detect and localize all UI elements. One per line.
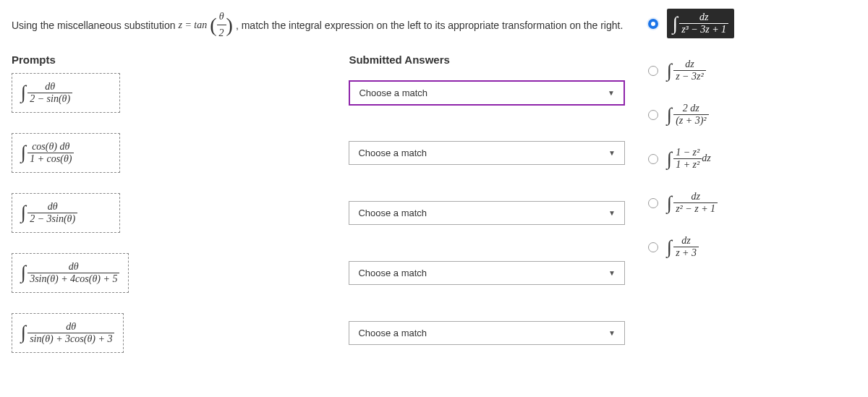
choice-6[interactable]: ∫dzz + 3 <box>648 235 856 259</box>
choice-3[interactable]: ∫2 dz(z + 3)² <box>648 103 856 127</box>
select-placeholder-2: Choose a match <box>358 148 427 158</box>
chevron-down-icon: ▼ <box>608 89 615 97</box>
close-paren: ) <box>226 15 233 35</box>
choice-2[interactable]: ∫dzz − 3z² <box>648 59 856 82</box>
chevron-down-icon: ▼ <box>608 149 616 157</box>
radio-icon[interactable] <box>648 242 658 252</box>
left-panel: Using the miscellaneous substitution z =… <box>0 0 637 382</box>
instruction-part1: Using the miscellaneous substitution <box>12 17 175 33</box>
prompt-1: ∫dθ2 − sin(θ) <box>12 73 120 113</box>
prompt-row-5: ∫dθsin(θ) + 3cos(θ) + 3 Choose a match ▼ <box>12 313 625 353</box>
instruction-part2: , match the integral expression on the l… <box>236 17 623 33</box>
chevron-down-icon: ▼ <box>608 329 616 337</box>
select-placeholder-1: Choose a match <box>359 87 427 98</box>
prompt-row-4: ∫dθ3sin(θ) + 4cos(θ) + 5 Choose a match … <box>12 253 625 293</box>
prompt-row-1: ∫dθ2 − sin(θ) Choose a match ▼ <box>12 73 625 113</box>
prompt-row-3: ∫dθ2 − 3sin(θ) Choose a match ▼ <box>12 193 625 233</box>
open-paren: ( <box>210 15 216 35</box>
answer-select-4[interactable]: Choose a match ▼ <box>349 261 625 285</box>
choice-4[interactable]: ∫1 − z²1 + z²dz <box>648 147 856 171</box>
substitution-lhs: z = tan <box>178 17 207 33</box>
prompt-3: ∫dθ2 − 3sin(θ) <box>12 193 120 233</box>
answer-select-5[interactable]: Choose a match ▼ <box>349 321 625 345</box>
answer-select-3[interactable]: Choose a match ▼ <box>349 201 625 225</box>
choice-5[interactable]: ∫dzz² − z + 1 <box>648 191 856 215</box>
instruction-text: Using the miscellaneous substitution z =… <box>12 9 625 42</box>
radio-selected-icon[interactable] <box>648 19 658 29</box>
select-placeholder-5: Choose a match <box>358 328 427 338</box>
prompt-2: ∫cos(θ) dθ1 + cos(θ) <box>12 133 120 173</box>
submitted-header: Submitted Answers <box>349 54 625 66</box>
prompts-header: Prompts <box>12 54 349 66</box>
radio-icon[interactable] <box>648 66 658 76</box>
choices-panel: ∫dzz³ − 3z + 1 ∫dzz − 3z² ∫2 dz(z + 3)² … <box>637 0 868 382</box>
radio-icon[interactable] <box>648 198 658 208</box>
chevron-down-icon: ▼ <box>608 269 616 277</box>
prompt-4: ∫dθ3sin(θ) + 4cos(θ) + 5 <box>12 253 129 293</box>
choice-1[interactable]: ∫dzz³ − 3z + 1 <box>648 9 856 38</box>
prompt-row-2: ∫cos(θ) dθ1 + cos(θ) Choose a match ▼ <box>12 133 625 173</box>
answer-select-2[interactable]: Choose a match ▼ <box>349 141 625 165</box>
sub-frac-den: 2 <box>217 25 226 41</box>
chevron-down-icon: ▼ <box>608 209 616 217</box>
sub-frac-num: θ <box>217 9 226 25</box>
radio-icon[interactable] <box>648 154 658 164</box>
answer-select-1[interactable]: Choose a match ▼ <box>349 80 625 106</box>
select-placeholder-3: Choose a match <box>358 208 427 218</box>
radio-icon[interactable] <box>648 110 658 120</box>
prompt-5: ∫dθsin(θ) + 3cos(θ) + 3 <box>12 313 124 353</box>
select-placeholder-4: Choose a match <box>358 268 427 278</box>
